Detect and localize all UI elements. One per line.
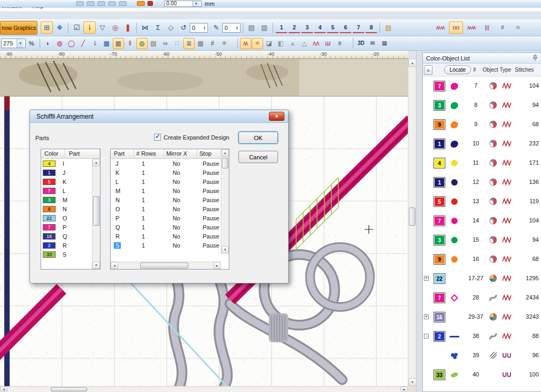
stitch-preset-5-icon[interactable]: 5 bbox=[327, 22, 339, 33]
color-swatch[interactable]: 1 bbox=[434, 139, 445, 149]
object-list-row[interactable]: 3 15 94 bbox=[423, 230, 541, 250]
object-list-row[interactable]: 1 12 136 bbox=[423, 173, 541, 192]
mirror-value[interactable]: No bbox=[164, 188, 197, 194]
address-book-icon[interactable]: ▤ bbox=[148, 38, 159, 49]
object-list-row[interactable]: - 2 38 88 bbox=[423, 327, 541, 346]
scroll-up-icon[interactable] bbox=[408, 59, 416, 67]
show-graphics-button[interactable]: now Graphics bbox=[0, 21, 37, 35]
scroll-down-icon[interactable] bbox=[221, 246, 229, 253]
color-swatch[interactable]: 7 bbox=[434, 216, 445, 226]
merge-icon[interactable]: Σ bbox=[152, 21, 164, 34]
rows-value[interactable]: 1 bbox=[134, 197, 164, 203]
color-column-header[interactable]: Color bbox=[41, 149, 65, 158]
object-list-row[interactable]: 9 16 68 bbox=[423, 250, 541, 269]
needle-icon[interactable]: ⇂ bbox=[89, 38, 101, 49]
color-swatch[interactable]: 9 bbox=[434, 119, 445, 130]
vertical-scroll-thumb[interactable] bbox=[409, 207, 415, 226]
spinner-icon[interactable]: ▲▼ bbox=[203, 26, 206, 30]
rotate-angle-field[interactable]: 0▲▼ bbox=[190, 23, 208, 33]
part-value[interactable]: R bbox=[114, 233, 121, 240]
mirror-horizontal-icon[interactable]: ⋈ bbox=[139, 21, 151, 34]
radial-fill-icon[interactable]: ✳ bbox=[252, 38, 263, 49]
color-swatch[interactable]: 9 bbox=[434, 254, 445, 265]
part-value[interactable]: Q bbox=[114, 224, 122, 230]
globe-icon[interactable]: ◍ bbox=[136, 38, 148, 49]
dot-grid-icon[interactable]: ∷ bbox=[172, 38, 183, 49]
numbered-list-icon[interactable]: ≣ bbox=[183, 38, 195, 49]
vertical-scroll-thumb[interactable] bbox=[222, 158, 228, 168]
grid-blue-icon[interactable]: ▦ bbox=[101, 38, 112, 49]
stitch-preset-8-icon[interactable]: 8 bbox=[365, 22, 377, 33]
table-horizontal-scrollbar[interactable] bbox=[111, 262, 221, 269]
collapse-icon[interactable]: - bbox=[424, 334, 429, 339]
arrangement-row[interactable]: R 1 No Pause bbox=[111, 232, 229, 241]
wedge-icon[interactable]: ▽ bbox=[96, 21, 109, 34]
stitch-preset-1-icon[interactable]: 1 bbox=[275, 22, 288, 33]
stitch-loop-sample-icon[interactable]: ʊʊ bbox=[449, 21, 463, 34]
rows-value[interactable]: 1 bbox=[134, 224, 164, 230]
part-value[interactable]: P bbox=[114, 215, 121, 221]
color-swatch[interactable]: 16 bbox=[434, 312, 445, 322]
punch-hatch-icon[interactable]: ◍ bbox=[54, 38, 65, 49]
checkbox-checked-icon[interactable] bbox=[154, 134, 161, 141]
scroll-right-icon[interactable] bbox=[213, 262, 221, 269]
stitch-preset-4-icon[interactable]: 4 bbox=[314, 22, 326, 33]
cancel-button[interactable]: Cancel bbox=[238, 151, 278, 163]
summary-icon[interactable]: ▥ bbox=[258, 21, 270, 34]
slant-angle-field[interactable]: 0▲▼ bbox=[222, 23, 241, 33]
color-swatch[interactable]: 7 bbox=[434, 293, 445, 303]
pin-icon[interactable] bbox=[532, 55, 538, 62]
tool-b-icon[interactable]: ◧ bbox=[275, 38, 287, 49]
stitch-preset-3-icon[interactable]: 3 bbox=[301, 22, 313, 33]
link-icon[interactable]: ∞ bbox=[160, 38, 171, 49]
horizontal-scroll-thumb[interactable] bbox=[140, 263, 188, 268]
scroll-down-icon[interactable] bbox=[92, 262, 100, 269]
list-icon[interactable]: ≡ bbox=[334, 38, 345, 49]
vertical-scroll-thumb[interactable] bbox=[93, 196, 99, 226]
hash-grid-icon[interactable]: # bbox=[207, 38, 218, 49]
stitch-grid-sample-icon[interactable]: # bbox=[496, 21, 509, 34]
part-color-row[interactable]: 7 L bbox=[41, 186, 92, 195]
stitch-preset-2-icon[interactable]: 2 bbox=[288, 22, 300, 33]
stitch-bar-sample-icon[interactable]: ||| bbox=[480, 21, 494, 34]
horizontal-scroll-thumb[interactable] bbox=[51, 387, 87, 391]
tool-a-icon[interactable]: ◪ bbox=[264, 38, 275, 49]
rows-value[interactable]: 1 bbox=[134, 233, 164, 240]
chevron-down-icon[interactable]: ▾ bbox=[17, 39, 24, 48]
color-picker-icon[interactable]: ◎ bbox=[109, 21, 121, 34]
object-list-row[interactable]: 39 96 bbox=[423, 346, 541, 365]
part-value[interactable]: S bbox=[114, 242, 121, 249]
arrangement-row[interactable]: L 1 No Pause bbox=[111, 177, 229, 186]
rows-value[interactable]: 1 bbox=[134, 215, 164, 221]
stitch-table-icon[interactable]: ▦ bbox=[195, 38, 206, 49]
zoom-combo[interactable]: 275 ▾ bbox=[1, 39, 26, 48]
notes-icon[interactable]: ▤ bbox=[245, 21, 258, 34]
stitch-run-icon[interactable]: ʍ bbox=[240, 38, 251, 49]
color-swatch[interactable]: 22 bbox=[434, 273, 445, 284]
mirror-value[interactable]: No bbox=[164, 224, 197, 230]
color-swatch[interactable]: 2 bbox=[434, 331, 445, 342]
open-folder-icon[interactable]: ▨ bbox=[382, 21, 395, 34]
length-field[interactable]: 0.00 ▾ bbox=[164, 1, 202, 7]
stop-value[interactable]: Pause bbox=[197, 224, 222, 230]
stitch-preset-7-icon[interactable]: 7 bbox=[352, 22, 365, 33]
star-icon[interactable]: ✳ bbox=[219, 38, 230, 49]
object-list-row[interactable]: 4 11 171 bbox=[423, 153, 541, 173]
reshape-icon[interactable]: ❖ bbox=[53, 21, 66, 34]
close-button[interactable] bbox=[269, 112, 284, 121]
object-list-row[interactable]: 5 13 119 bbox=[423, 192, 541, 211]
table-vertical-scrollbar[interactable] bbox=[221, 149, 229, 253]
stop-value[interactable]: Pause bbox=[197, 197, 222, 203]
color-swatch[interactable]: 3 bbox=[434, 235, 445, 245]
mirror-value[interactable]: No bbox=[164, 179, 197, 185]
part-column-header[interactable]: Part bbox=[65, 149, 100, 158]
object-list-row[interactable]: + 16 29-37 3243 bbox=[423, 308, 541, 327]
loop-icon[interactable]: ɯ bbox=[322, 38, 334, 49]
arrangement-row[interactable]: J 1 No Pause bbox=[111, 159, 229, 168]
panel-splitter[interactable] bbox=[416, 51, 422, 392]
rows-value[interactable]: 1 bbox=[134, 179, 164, 185]
part-value[interactable]: O bbox=[114, 206, 122, 212]
mirror-value[interactable]: No bbox=[164, 242, 197, 249]
punch-pencil-icon[interactable]: ╱ bbox=[78, 38, 89, 49]
object-list-row[interactable]: 9 9 68 bbox=[423, 115, 541, 134]
